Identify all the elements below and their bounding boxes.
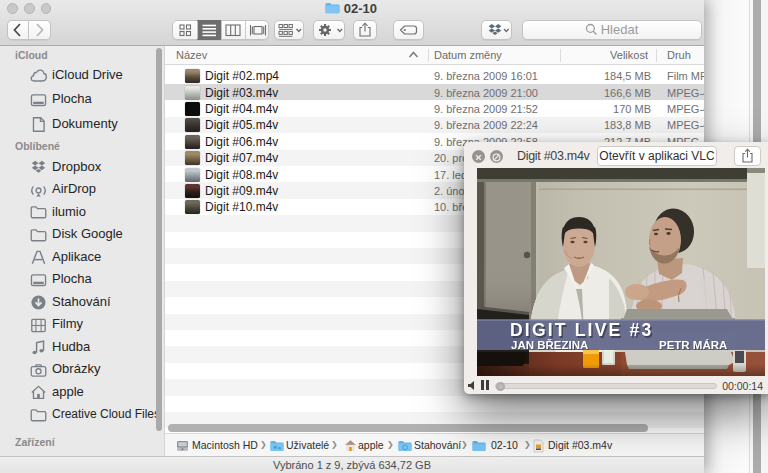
svg-text:JAN BŘEZINA: JAN BŘEZINA: [511, 339, 588, 351]
svg-text:PETR MÁRA: PETR MÁRA: [659, 339, 727, 351]
svg-text:DIGIT LIVE #3: DIGIT LIVE #3: [510, 320, 653, 340]
